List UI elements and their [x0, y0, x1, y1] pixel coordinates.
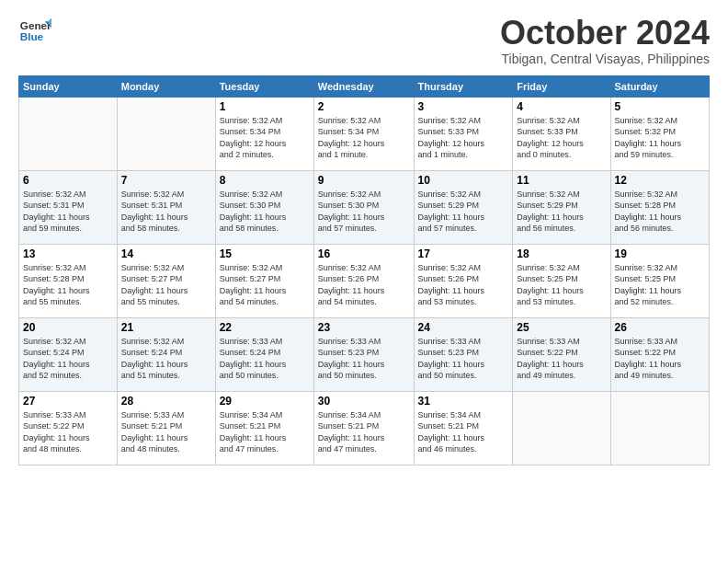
calendar-cell: 12Sunrise: 5:32 AMSunset: 5:28 PMDayligh… [610, 170, 709, 244]
col-header-sunday: Sunday [19, 75, 118, 97]
day-info: Sunrise: 5:34 AMSunset: 5:21 PMDaylight:… [318, 409, 410, 455]
day-number: 27 [23, 395, 113, 408]
col-header-saturday: Saturday [610, 75, 709, 97]
calendar-cell: 15Sunrise: 5:32 AMSunset: 5:27 PMDayligh… [215, 244, 313, 317]
day-number: 15 [220, 247, 310, 260]
col-header-wednesday: Wednesday [313, 75, 414, 97]
day-number: 3 [418, 100, 509, 113]
location-title: Tibigan, Central Visayas, Philippines [500, 52, 710, 66]
title-area: October 2024 Tibigan, Central Visayas, P… [500, 15, 710, 66]
calendar-cell: 18Sunrise: 5:32 AMSunset: 5:25 PMDayligh… [513, 244, 610, 317]
day-info: Sunrise: 5:33 AMSunset: 5:22 PMDaylight:… [517, 336, 606, 382]
calendar-cell: 16Sunrise: 5:32 AMSunset: 5:26 PMDayligh… [313, 244, 414, 317]
day-info: Sunrise: 5:33 AMSunset: 5:24 PMDaylight:… [220, 336, 310, 382]
day-info: Sunrise: 5:32 AMSunset: 5:29 PMDaylight:… [517, 189, 606, 235]
day-number: 7 [121, 174, 211, 187]
day-number: 9 [318, 174, 410, 187]
day-info: Sunrise: 5:32 AMSunset: 5:30 PMDaylight:… [220, 189, 310, 235]
month-title: October 2024 [500, 15, 710, 52]
day-info: Sunrise: 5:34 AMSunset: 5:21 PMDaylight:… [418, 409, 509, 455]
day-info: Sunrise: 5:33 AMSunset: 5:21 PMDaylight:… [121, 409, 211, 455]
page: General Blue October 2024 Tibigan, Centr… [0, 0, 728, 475]
day-number: 23 [318, 321, 410, 334]
day-info: Sunrise: 5:32 AMSunset: 5:25 PMDaylight:… [615, 262, 705, 308]
calendar-cell: 25Sunrise: 5:33 AMSunset: 5:22 PMDayligh… [513, 317, 610, 391]
day-number: 11 [517, 174, 606, 187]
calendar-cell [117, 97, 215, 170]
calendar-cell: 28Sunrise: 5:33 AMSunset: 5:21 PMDayligh… [117, 391, 215, 465]
day-info: Sunrise: 5:32 AMSunset: 5:30 PMDaylight:… [318, 189, 410, 235]
day-number: 28 [121, 395, 211, 408]
calendar-cell: 2Sunrise: 5:32 AMSunset: 5:34 PMDaylight… [313, 97, 414, 170]
day-info: Sunrise: 5:32 AMSunset: 5:29 PMDaylight:… [418, 189, 509, 235]
calendar-cell: 10Sunrise: 5:32 AMSunset: 5:29 PMDayligh… [414, 170, 513, 244]
calendar-cell: 14Sunrise: 5:32 AMSunset: 5:27 PMDayligh… [117, 244, 215, 317]
day-info: Sunrise: 5:32 AMSunset: 5:24 PMDaylight:… [121, 336, 211, 382]
calendar-cell: 31Sunrise: 5:34 AMSunset: 5:21 PMDayligh… [414, 391, 513, 465]
day-info: Sunrise: 5:32 AMSunset: 5:31 PMDaylight:… [121, 189, 211, 235]
calendar-row: 1Sunrise: 5:32 AMSunset: 5:34 PMDaylight… [19, 97, 710, 170]
calendar-row: 13Sunrise: 5:32 AMSunset: 5:28 PMDayligh… [19, 244, 710, 317]
calendar-table: SundayMondayTuesdayWednesdayThursdayFrid… [18, 75, 710, 465]
day-info: Sunrise: 5:32 AMSunset: 5:31 PMDaylight:… [23, 189, 113, 235]
calendar-cell [513, 391, 610, 465]
day-number: 2 [318, 100, 410, 113]
day-info: Sunrise: 5:32 AMSunset: 5:33 PMDaylight:… [418, 115, 509, 161]
col-header-friday: Friday [513, 75, 610, 97]
day-number: 30 [318, 395, 410, 408]
day-info: Sunrise: 5:32 AMSunset: 5:27 PMDaylight:… [220, 262, 310, 308]
calendar-cell: 21Sunrise: 5:32 AMSunset: 5:24 PMDayligh… [117, 317, 215, 391]
calendar-cell: 17Sunrise: 5:32 AMSunset: 5:26 PMDayligh… [414, 244, 513, 317]
col-header-tuesday: Tuesday [215, 75, 313, 97]
calendar-cell: 3Sunrise: 5:32 AMSunset: 5:33 PMDaylight… [414, 97, 513, 170]
day-info: Sunrise: 5:34 AMSunset: 5:21 PMDaylight:… [220, 409, 310, 455]
logo: General Blue [18, 15, 51, 48]
calendar-cell: 9Sunrise: 5:32 AMSunset: 5:30 PMDaylight… [313, 170, 414, 244]
day-info: Sunrise: 5:32 AMSunset: 5:27 PMDaylight:… [121, 262, 211, 308]
day-info: Sunrise: 5:32 AMSunset: 5:26 PMDaylight:… [418, 262, 509, 308]
day-number: 31 [418, 395, 509, 408]
calendar-cell: 29Sunrise: 5:34 AMSunset: 5:21 PMDayligh… [215, 391, 313, 465]
day-number: 12 [615, 174, 705, 187]
day-info: Sunrise: 5:32 AMSunset: 5:28 PMDaylight:… [615, 189, 705, 235]
calendar-cell: 13Sunrise: 5:32 AMSunset: 5:28 PMDayligh… [19, 244, 118, 317]
calendar-cell: 26Sunrise: 5:33 AMSunset: 5:22 PMDayligh… [610, 317, 709, 391]
day-info: Sunrise: 5:32 AMSunset: 5:33 PMDaylight:… [517, 115, 606, 161]
day-number: 10 [418, 174, 509, 187]
day-info: Sunrise: 5:33 AMSunset: 5:23 PMDaylight:… [418, 336, 509, 382]
day-info: Sunrise: 5:32 AMSunset: 5:28 PMDaylight:… [23, 262, 113, 308]
day-info: Sunrise: 5:32 AMSunset: 5:34 PMDaylight:… [318, 115, 410, 161]
day-info: Sunrise: 5:32 AMSunset: 5:32 PMDaylight:… [615, 115, 705, 161]
calendar-cell: 4Sunrise: 5:32 AMSunset: 5:33 PMDaylight… [513, 97, 610, 170]
calendar-cell: 5Sunrise: 5:32 AMSunset: 5:32 PMDaylight… [610, 97, 709, 170]
calendar-cell: 27Sunrise: 5:33 AMSunset: 5:22 PMDayligh… [19, 391, 118, 465]
day-info: Sunrise: 5:32 AMSunset: 5:26 PMDaylight:… [318, 262, 410, 308]
calendar-cell: 11Sunrise: 5:32 AMSunset: 5:29 PMDayligh… [513, 170, 610, 244]
calendar-cell: 23Sunrise: 5:33 AMSunset: 5:23 PMDayligh… [313, 317, 414, 391]
day-number: 25 [517, 321, 606, 334]
day-info: Sunrise: 5:32 AMSunset: 5:24 PMDaylight:… [23, 336, 113, 382]
day-number: 1 [220, 100, 310, 113]
calendar-cell: 30Sunrise: 5:34 AMSunset: 5:21 PMDayligh… [313, 391, 414, 465]
calendar-cell: 1Sunrise: 5:32 AMSunset: 5:34 PMDaylight… [215, 97, 313, 170]
day-info: Sunrise: 5:32 AMSunset: 5:25 PMDaylight:… [517, 262, 606, 308]
day-number: 6 [23, 174, 113, 187]
day-number: 18 [517, 247, 606, 260]
calendar-cell: 22Sunrise: 5:33 AMSunset: 5:24 PMDayligh… [215, 317, 313, 391]
calendar-cell [19, 97, 118, 170]
day-number: 5 [615, 100, 705, 113]
day-number: 24 [418, 321, 509, 334]
day-number: 26 [615, 321, 705, 334]
logo-icon: General Blue [18, 15, 51, 48]
day-number: 8 [220, 174, 310, 187]
day-number: 16 [318, 247, 410, 260]
calendar-cell: 19Sunrise: 5:32 AMSunset: 5:25 PMDayligh… [610, 244, 709, 317]
calendar-cell: 7Sunrise: 5:32 AMSunset: 5:31 PMDaylight… [117, 170, 215, 244]
day-info: Sunrise: 5:32 AMSunset: 5:34 PMDaylight:… [220, 115, 310, 161]
day-number: 29 [220, 395, 310, 408]
day-number: 22 [220, 321, 310, 334]
day-number: 19 [615, 247, 705, 260]
header: General Blue October 2024 Tibigan, Centr… [18, 15, 710, 66]
header-row: SundayMondayTuesdayWednesdayThursdayFrid… [19, 75, 710, 97]
day-number: 21 [121, 321, 211, 334]
